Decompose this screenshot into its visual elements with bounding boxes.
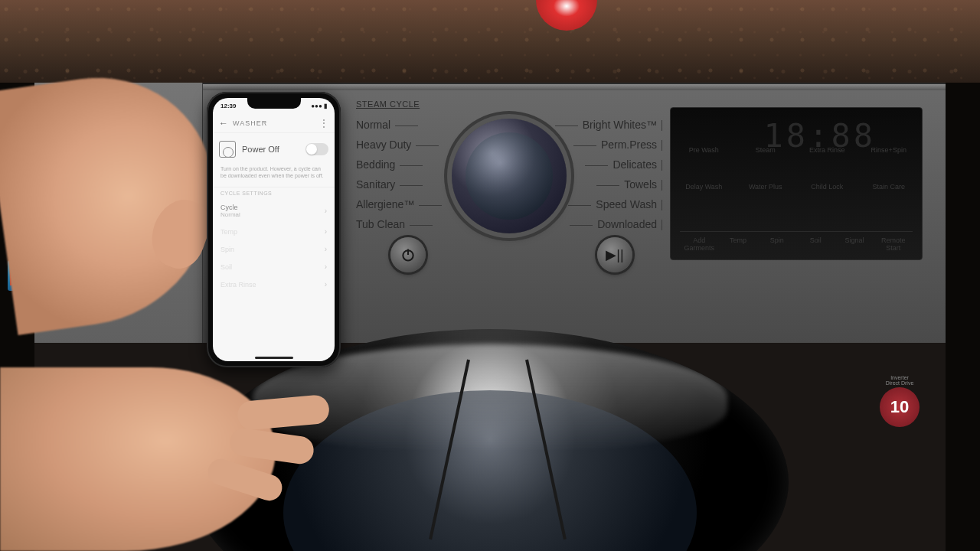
display-option[interactable]: Pre Wash [680,146,728,154]
smartphone: 12:39 ●●● ▮ ← WASHER ⋮ Power Off Turn on… [207,92,341,367]
more-icon[interactable]: ⋮ [319,118,328,129]
power-button[interactable] [390,237,426,272]
setting-row: Spin› [213,240,335,258]
home-indicator[interactable] [255,357,293,359]
setting-row: Temp› [213,223,335,240]
display-option[interactable]: Child Lock [803,183,851,191]
time-display: 18:88 [764,117,876,155]
cycle-option: Sanitary [356,174,442,194]
display-option[interactable]: Water Plus [742,183,790,191]
power-label: Power Off [242,145,299,154]
display-option[interactable]: Signal [835,236,874,252]
warranty-badge: Inverter Direct Drive 10 [873,375,926,429]
cycle-option: Delicates [555,155,662,174]
setting-row[interactable]: CycleNormal› [213,199,335,223]
cycle-option: Tub Clean [356,214,442,234]
status-icons: ●●● ▮ [311,103,327,109]
cycle-dial[interactable] [452,119,567,233]
section-header: CYCLE SETTINGS [213,187,335,199]
cycle-option: Allergiene™ [356,194,442,214]
display-option[interactable]: Soil [796,236,835,252]
setting-row: Soil› [213,258,335,276]
countertop [0,0,980,83]
cycle-option: Heavy Duty [356,135,442,155]
phone-screen[interactable]: 12:39 ●●● ▮ ← WASHER ⋮ Power Off Turn on… [213,98,335,361]
app-title: WASHER [233,119,315,127]
display-option[interactable]: Spin [757,236,796,252]
cycle-option: Bright Whites™ [555,115,662,135]
cycle-option: Towels [555,174,662,194]
cycle-option: Downloaded [555,214,662,234]
app-header: ← WASHER ⋮ [213,113,335,133]
tripod-reflection [444,360,551,551]
washer-icon [219,141,236,158]
display-option[interactable]: Stain Care [865,183,913,191]
cycle-option: Bedding [356,155,442,174]
washer-display: 18:88 Pre WashSteamExtra RinseRinse+Spin… [670,107,923,260]
display-option[interactable]: Remote Start [874,236,913,252]
start-pause-button[interactable]: ▶|| [597,237,632,272]
back-icon[interactable]: ← [219,118,228,129]
cycle-option: Speed Wash [555,194,662,214]
power-description: Turn on the product. However, a cycle ca… [213,165,335,187]
setting-row: Extra Rinse› [213,276,335,293]
status-time: 12:39 [220,103,236,109]
display-option[interactable]: Temp [719,236,758,252]
steam-cycle-header: STEAM CYCLE [356,99,420,109]
power-toggle[interactable] [305,143,328,155]
cycle-option: Normal [356,115,442,135]
display-option[interactable]: Add Garments [680,236,719,252]
power-row: Power Off [213,133,335,165]
phone-notch [247,98,301,109]
display-option[interactable]: Delay Wash [680,183,728,191]
cycle-option: Perm.Press [555,135,662,155]
